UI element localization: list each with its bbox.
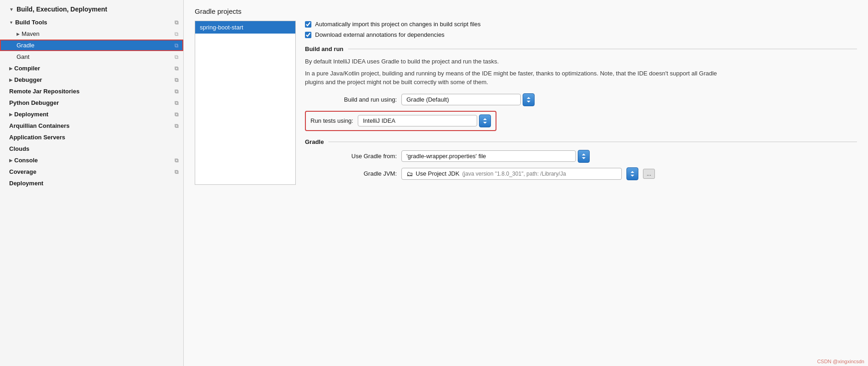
jvm-text-main: Use Project JDK (416, 170, 459, 177)
use-gradle-from-stepper[interactable] (578, 150, 590, 163)
maven-arrow: ▶ (17, 32, 20, 36)
gradle-from-stepper-icon (581, 153, 586, 160)
root-title-label: Build, Execution, Deployment (17, 6, 107, 13)
download-annotations-checkbox[interactable] (305, 32, 311, 38)
use-gradle-from-select-wrapper: 'gradle-wrapper.properties' file Specifi… (401, 150, 590, 163)
run-tests-row: Run tests using: IntelliJ IDEA Gradle (305, 111, 496, 131)
remote-jar-copy-icon: ⧉ (175, 88, 179, 95)
python-debugger-label: Python Debugger (9, 99, 59, 106)
sidebar-item-debugger[interactable]: ▶ Debugger ⧉ (0, 74, 183, 86)
sidebar-item-remote-jar[interactable]: Remote Jar Repositories ⧉ (0, 86, 183, 97)
run-tests-select-wrapper: IntelliJ IDEA Gradle (358, 114, 491, 127)
auto-import-label: Automatically import this project on cha… (315, 21, 481, 28)
compiler-label: Compiler (14, 65, 40, 72)
deployment-label: Deployment (14, 111, 48, 118)
run-tests-select[interactable]: IntelliJ IDEA Gradle (358, 115, 477, 126)
checkbox-download-annotations: Download external annotations for depend… (305, 31, 857, 38)
auto-import-checkbox[interactable] (305, 21, 311, 28)
gradle-jvm-row: Gradle JVM: 🗂 Use Project JDK (java vers… (305, 167, 857, 180)
download-annotations-label: Download external annotations for depend… (315, 31, 445, 38)
project-options: Automatically import this project on cha… (296, 21, 857, 185)
sidebar-item-build-tools[interactable]: ▼ Build Tools ⧉ (0, 17, 183, 28)
deployment-arrow: ▶ (9, 112, 12, 117)
gradle-copy-icon: ⧉ (175, 42, 179, 49)
console-label: Console (14, 157, 38, 164)
deployment2-label: Deployment (9, 180, 43, 187)
sidebar-item-app-servers[interactable]: Application Servers (0, 132, 183, 143)
sidebar-item-gant[interactable]: Gant ⧉ (0, 51, 183, 63)
gant-label: Gant (17, 53, 29, 60)
build-run-using-select-wrapper: Gradle (Default) IntelliJ IDEA (401, 93, 535, 106)
build-run-title: Build and run (305, 46, 344, 52)
gradle-projects-title: Gradle projects (195, 7, 857, 15)
sidebar: ▼ Build, Execution, Deployment ▼ Build T… (0, 0, 184, 366)
watermark: CSDN @xingxincsdn (817, 359, 864, 364)
coverage-label: Coverage (9, 168, 36, 175)
sidebar-item-clouds[interactable]: Clouds (0, 143, 183, 154)
arquillian-copy-icon: ⧉ (175, 123, 179, 129)
build-run-using-row: Build and run using: Gradle (Default) In… (305, 93, 857, 106)
sidebar-item-coverage[interactable]: Coverage ⧉ (0, 166, 183, 177)
root-arrow: ▼ (9, 7, 14, 12)
sidebar-item-deployment2[interactable]: Deployment (0, 177, 183, 189)
sidebar-item-console[interactable]: ▶ Console ⧉ (0, 154, 183, 166)
app-servers-label: Application Servers (9, 134, 65, 141)
build-run-using-stepper[interactable] (523, 93, 535, 106)
sidebar-item-python-debugger[interactable]: Python Debugger ⧉ (0, 97, 183, 109)
compiler-arrow: ▶ (9, 66, 12, 71)
use-gradle-from-select[interactable]: 'gradle-wrapper.properties' file Specifi… (401, 150, 576, 162)
jvm-text-sub: (java version "1.8.0_301", path: /Librar… (462, 171, 566, 177)
run-tests-label: Run tests using: (310, 117, 353, 124)
sidebar-item-gradle[interactable]: Gradle ⧉ (0, 40, 183, 51)
desc-text-1: By default IntelliJ IDEA uses Gradle to … (305, 57, 718, 66)
python-debugger-copy-icon: ⧉ (175, 100, 179, 106)
remote-jar-label: Remote Jar Repositories (9, 88, 79, 95)
jvm-stepper-icon (630, 170, 635, 177)
run-tests-stepper-icon (482, 117, 488, 125)
gradle-projects-panel: spring-boot-start Automatically import t… (195, 21, 857, 185)
build-run-using-select[interactable]: Gradle (Default) IntelliJ IDEA (401, 94, 521, 105)
project-list-item[interactable]: spring-boot-start (195, 21, 295, 34)
sidebar-item-arquillian[interactable]: Arquillian Containers ⧉ (0, 120, 183, 132)
main-content: Gradle projects spring-boot-start Automa… (184, 0, 868, 366)
build-run-using-label: Build and run using: (305, 96, 397, 103)
gradle-label: Gradle (17, 42, 34, 49)
project-list: spring-boot-start (195, 21, 296, 185)
sidebar-item-compiler[interactable]: ▶ Compiler ⧉ (0, 63, 183, 74)
checkbox-auto-import: Automatically import this project on cha… (305, 21, 857, 28)
run-tests-stepper[interactable] (479, 114, 491, 127)
build-run-line (348, 49, 857, 49)
gradle-jvm-label: Gradle JVM: (305, 170, 397, 177)
console-arrow: ▶ (9, 158, 12, 163)
build-run-separator: Build and run (305, 46, 857, 52)
use-gradle-from-container: 'gradle-wrapper.properties' file Specifi… (401, 150, 576, 162)
build-run-select-container: Gradle (Default) IntelliJ IDEA (401, 94, 521, 105)
jvm-folder-icon: 🗂 (406, 170, 413, 177)
build-tools-label: Build Tools (15, 19, 47, 26)
build-tools-copy-icon: ⧉ (175, 19, 179, 26)
use-gradle-from-row: Use Gradle from: 'gradle-wrapper.propert… (305, 150, 857, 163)
debugger-arrow: ▶ (9, 78, 12, 82)
build-tools-arrow: ▼ (9, 20, 13, 25)
gradle-jvm-ellipsis-button[interactable]: ... (643, 169, 655, 179)
gradle-jvm-stepper[interactable] (626, 167, 638, 180)
maven-label: Maven (22, 30, 39, 37)
gant-copy-icon: ⧉ (175, 54, 179, 60)
sidebar-item-maven[interactable]: ▶ Maven ⧉ (0, 28, 183, 40)
sidebar-root-title: ▼ Build, Execution, Deployment (0, 2, 183, 17)
debugger-copy-icon: ⧉ (175, 77, 179, 83)
gradle-separator: Gradle (305, 138, 857, 145)
arquillian-label: Arquillian Containers (9, 122, 69, 129)
run-tests-select-container: IntelliJ IDEA Gradle (358, 115, 477, 126)
use-gradle-from-label: Use Gradle from: (305, 153, 397, 160)
coverage-copy-icon: ⧉ (175, 169, 179, 175)
gradle-jvm-select[interactable]: 🗂 Use Project JDK (java version "1.8.0_3… (401, 168, 622, 180)
compiler-copy-icon: ⧉ (175, 65, 179, 72)
clouds-label: Clouds (9, 145, 29, 152)
stepper-arrows-icon (526, 96, 531, 103)
desc-text-2: In a pure Java/Kotlin project, building … (305, 69, 718, 87)
sidebar-item-deployment[interactable]: ▶ Deployment ⧉ (0, 109, 183, 120)
deployment-copy-icon: ⧉ (175, 111, 179, 118)
console-copy-icon: ⧉ (175, 157, 179, 164)
gradle-section-title: Gradle (305, 138, 324, 145)
